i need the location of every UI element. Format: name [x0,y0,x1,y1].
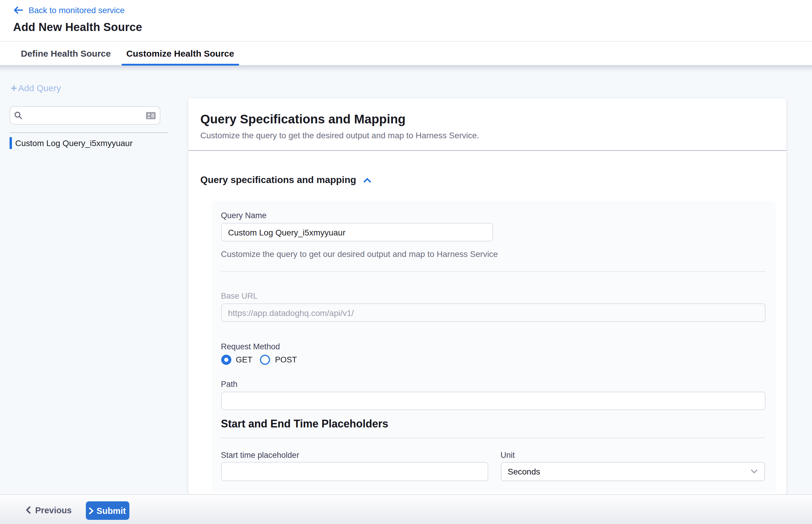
card-header: Query Specifications and Mapping Customi… [189,98,786,151]
content-area: + Add Query Custom Log Query_i5xmyyuaur … [0,66,812,494]
submit-button-label: Submit [97,506,126,515]
query-name-input[interactable] [221,223,493,242]
radio-get[interactable]: GET [221,355,253,365]
query-form: Query Name Customize the query to get ou… [212,201,776,492]
selected-indicator-bar [10,137,12,149]
request-method-radio-group: GET POST [221,355,297,365]
query-name-label: Query Name [221,211,266,220]
query-list-item-label: Custom Log Query_i5xmyyuaur [15,138,133,148]
submit-button[interactable]: Submit [85,501,129,520]
time-placeholders-heading: Start and End Time Placeholders [221,418,388,430]
back-link-label: Back to monitored service [29,5,125,15]
radio-icon [260,355,270,365]
sidebar-divider [10,132,168,133]
chevron-right-icon [89,507,94,514]
start-time-input[interactable] [221,462,488,481]
search-input[interactable] [26,111,146,120]
page: Back to monitored service Add New Health… [0,0,812,524]
unit-label: Unit [501,451,515,460]
section-title: Query specifications and mapping [200,175,356,185]
start-time-label: Start time placeholder [221,451,299,460]
back-link[interactable]: Back to monitored service [13,5,125,15]
query-sidebar: + Add Query Custom Log Query_i5xmyyuaur [0,66,189,494]
query-search-box [10,106,160,125]
card-heading: Query Specifications and Mapping [200,112,405,126]
chevron-down-icon [751,469,758,474]
add-query-button[interactable]: + Add Query [11,83,61,93]
back-arrow-icon [13,6,23,14]
tab-customize-health-source[interactable]: Customize Health Source [121,42,239,65]
tab-define-health-source[interactable]: Define Health Source [16,42,116,65]
id-card-icon[interactable] [146,112,156,119]
base-url-input[interactable] [221,304,765,322]
search-icon [14,112,22,119]
page-title: Add New Health Source [13,21,142,34]
form-divider [221,438,765,438]
radio-post[interactable]: POST [260,355,297,365]
query-name-helper: Customize the query to get our desired o… [221,249,498,259]
app-header: Back to monitored service Add New Health… [0,0,812,42]
radio-get-label: GET [236,355,253,364]
base-url-label: Base URL [221,292,258,300]
query-spec-card: Query Specifications and Mapping Customi… [189,98,786,494]
plus-icon: + [11,83,17,93]
path-label: Path [221,380,238,389]
section-toggle[interactable]: Query specifications and mapping [200,175,372,185]
request-method-label: Request Method [221,342,280,351]
chevron-up-icon [363,177,372,183]
previous-button[interactable]: Previous [26,502,72,518]
unit-select-value: Seconds [508,467,751,476]
footer-bar: Previous Submit [0,494,812,524]
unit-select[interactable]: Seconds [501,462,765,481]
add-query-label: Add Query [18,83,61,93]
chevron-left-icon [26,506,31,514]
card-subheading: Customize the query to get the desired o… [200,131,479,140]
radio-icon [221,355,231,365]
form-divider [221,271,765,272]
previous-button-label: Previous [35,505,72,515]
radio-post-label: POST [275,355,297,364]
path-input[interactable] [221,392,765,410]
query-list-item[interactable]: Custom Log Query_i5xmyyuaur [10,136,179,149]
tab-bar: Define Health Source Customize Health So… [0,42,812,66]
